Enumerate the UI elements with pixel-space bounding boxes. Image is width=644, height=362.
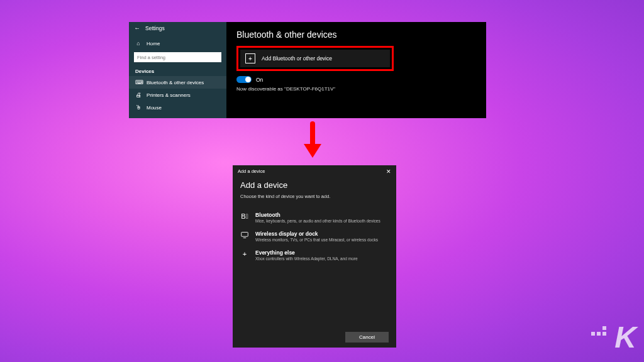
settings-sidebar: ← Settings ⌂ Home Devices ⌨ Bluetooth & … [129,22,226,118]
dialog-titlebar-text: Add a device [238,168,265,175]
back-arrow-icon[interactable]: ← [134,25,140,31]
option-bluetooth[interactable]: B⃣ Bluetooth Mice, keyboards, pens, or a… [240,208,389,227]
dialog-subheading: Choose the kind of device you want to ad… [240,194,389,199]
dialog-titlebar: Add a device ✕ [233,165,396,177]
bluetooth-devices-icon: ⌨ [135,79,142,85]
add-device-dialog: Add a device ✕ Add a device Choose the k… [233,165,396,348]
option-wireless-display[interactable]: Wireless display or dock Wireless monito… [240,227,389,246]
app-title: Settings [145,25,165,31]
discoverable-text: Now discoverable as "DESKTOP-F6Q1T1V" [236,86,476,92]
settings-main-pane: Bluetooth & other devices + Add Bluetoot… [226,22,486,118]
bluetooth-toggle-row: On [236,76,476,83]
nav-bluetooth[interactable]: ⌨ Bluetooth & other devices [129,76,226,89]
bluetooth-toggle-label: On [256,77,263,83]
sidebar-section-devices: Devices [129,65,226,76]
nav-mouse-label: Mouse [147,105,162,111]
mouse-icon: 🖱 [135,104,142,111]
option-wireless-desc: Wireless monitors, TVs, or PCs that use … [255,238,389,242]
svg-rect-0 [242,233,248,237]
option-everything-desc: Xbox controllers with Wireless Adapter, … [255,256,389,261]
nav-home[interactable]: ⌂ Home [129,37,226,50]
dialog-heading: Add a device [240,180,389,190]
k-logo: K [614,320,634,354]
nav-bluetooth-label: Bluetooth & other devices [147,80,204,85]
bluetooth-icon: B⃣ [240,212,249,220]
nav-mouse[interactable]: 🖱 Mouse [129,101,226,114]
option-everything-else[interactable]: + Everything else Xbox controllers with … [240,246,389,265]
nav-home-label: Home [147,41,160,47]
option-wireless-title: Wireless display or dock [255,231,389,237]
logo-dots [591,326,606,336]
search-input[interactable] [137,55,218,60]
nav-printers-label: Printers & scanners [147,92,191,98]
display-icon [240,231,249,240]
dialog-body: Add a device Choose the kind of device y… [233,177,396,327]
settings-window: ← Settings ⌂ Home Devices ⌨ Bluetooth & … [129,22,486,118]
plus-icon: + [240,250,249,258]
bluetooth-toggle[interactable] [236,76,252,83]
add-bluetooth-device-button[interactable]: + Add Bluetooth or other device [240,50,390,67]
printer-icon: 🖨 [135,92,142,98]
option-everything-title: Everything else [255,250,389,256]
nav-printers[interactable]: 🖨 Printers & scanners [129,89,226,101]
annotation-arrow-icon [307,121,318,159]
home-icon: ⌂ [135,40,142,47]
dialog-footer: Cancel [233,327,396,348]
close-icon[interactable]: ✕ [386,168,391,175]
cancel-button[interactable]: Cancel [345,332,389,343]
plus-icon: + [245,53,255,63]
add-device-label: Add Bluetooth or other device [262,55,332,62]
page-title: Bluetooth & other devices [236,30,476,40]
add-device-highlight: + Add Bluetooth or other device [236,46,394,71]
search-box[interactable] [134,52,221,62]
titlebar: ← Settings [129,22,226,34]
option-bluetooth-title: Bluetooth [255,212,389,218]
option-bluetooth-desc: Mice, keyboards, pens, or audio and othe… [255,219,389,223]
